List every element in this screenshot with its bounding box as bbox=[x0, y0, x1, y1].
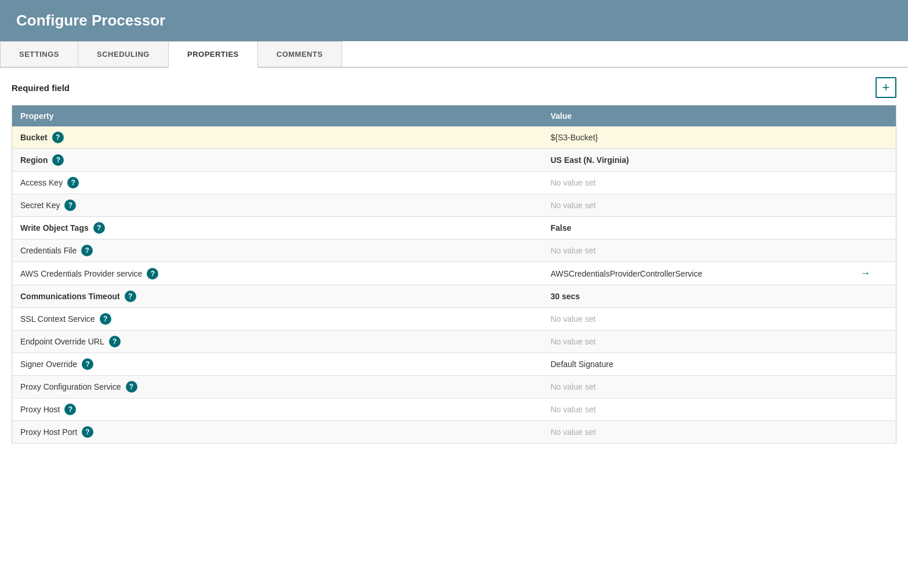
required-field-row: Required field + bbox=[12, 77, 896, 98]
property-name: Proxy Configuration Service? bbox=[20, 381, 357, 393]
help-icon[interactable]: ? bbox=[52, 132, 64, 143]
table-row[interactable]: Endpoint Override URL?No value set bbox=[12, 331, 896, 353]
property-name: Access Key? bbox=[20, 177, 357, 188]
help-icon[interactable]: ? bbox=[52, 154, 64, 166]
navigate-arrow-icon[interactable]: → bbox=[860, 267, 870, 279]
help-icon[interactable]: ? bbox=[100, 313, 111, 325]
table-row[interactable]: Signer Override?Default Signature bbox=[12, 353, 896, 376]
property-name: Credentials File? bbox=[20, 245, 357, 256]
table-body: Bucket?${S3-Bucket}Region?US East (N. Vi… bbox=[12, 126, 896, 444]
property-name: Proxy Host? bbox=[20, 404, 357, 415]
table-row[interactable]: Bucket?${S3-Bucket} bbox=[12, 126, 896, 149]
property-value: 30 secs bbox=[551, 292, 580, 301]
page-title: Configure Processor bbox=[16, 12, 892, 30]
table-row[interactable]: AWS Credentials Provider service?AWSCred… bbox=[12, 262, 896, 285]
help-icon[interactable]: ? bbox=[147, 268, 158, 280]
table-row[interactable]: Secret Key?No value set bbox=[12, 194, 896, 217]
property-name: Region? bbox=[20, 154, 357, 166]
property-value: AWSCredentialsProviderControllerService bbox=[551, 269, 703, 278]
property-name: AWS Credentials Provider service? bbox=[20, 268, 357, 280]
property-name: Signer Override? bbox=[20, 358, 357, 370]
help-icon[interactable]: ? bbox=[93, 222, 105, 234]
property-value: No value set bbox=[551, 405, 596, 414]
tab-comments[interactable]: COMMENTS bbox=[257, 41, 342, 67]
property-name: Write Object Tags? bbox=[20, 222, 357, 234]
tab-scheduling[interactable]: SCHEDULING bbox=[78, 41, 169, 67]
property-value: No value set bbox=[551, 246, 596, 255]
table-row[interactable]: Communications Timeout?30 secs bbox=[12, 285, 896, 308]
content-area: Required field + Property Value Bucket?$… bbox=[0, 68, 908, 453]
table-row[interactable]: Proxy Host Port?No value set bbox=[12, 421, 896, 444]
column-value: Value bbox=[543, 106, 852, 127]
property-value: ${S3-Bucket} bbox=[551, 133, 598, 142]
property-value: US East (N. Virginia) bbox=[551, 155, 629, 165]
help-icon[interactable]: ? bbox=[82, 358, 93, 370]
property-name: Secret Key? bbox=[20, 199, 357, 211]
property-value: Default Signature bbox=[551, 360, 613, 369]
property-name: Communications Timeout? bbox=[20, 291, 357, 302]
property-name: Endpoint Override URL? bbox=[20, 336, 357, 347]
help-icon[interactable]: ? bbox=[126, 381, 137, 393]
property-value: No value set bbox=[551, 337, 596, 346]
table-row[interactable]: SSL Context Service?No value set bbox=[12, 308, 896, 331]
help-icon[interactable]: ? bbox=[109, 336, 121, 347]
table-row[interactable]: Write Object Tags?False bbox=[12, 217, 896, 239]
property-value: No value set bbox=[551, 427, 596, 437]
property-value: No value set bbox=[551, 201, 596, 210]
help-icon[interactable]: ? bbox=[125, 291, 136, 302]
table-row[interactable]: Region?US East (N. Virginia) bbox=[12, 149, 896, 172]
property-name: Proxy Host Port? bbox=[20, 426, 357, 438]
table-row[interactable]: Proxy Configuration Service?No value set bbox=[12, 376, 896, 398]
table-header: Property Value bbox=[12, 106, 896, 127]
tabs-container: SETTINGS SCHEDULING PROPERTIES COMMENTS bbox=[0, 41, 908, 68]
table-row[interactable]: Credentials File?No value set bbox=[12, 239, 896, 262]
help-icon[interactable]: ? bbox=[67, 177, 79, 188]
table-row[interactable]: Proxy Host?No value set bbox=[12, 398, 896, 421]
properties-table-wrapper: Property Value Bucket?${S3-Bucket}Region… bbox=[12, 105, 896, 444]
property-value: False bbox=[551, 223, 572, 233]
table-row[interactable]: Access Key?No value set bbox=[12, 172, 896, 194]
column-property: Property bbox=[12, 106, 543, 127]
property-value: No value set bbox=[551, 178, 596, 187]
add-property-button[interactable]: + bbox=[876, 77, 896, 98]
required-field-label: Required field bbox=[12, 83, 70, 93]
tab-settings[interactable]: SETTINGS bbox=[0, 41, 78, 67]
help-icon[interactable]: ? bbox=[64, 404, 76, 415]
property-value: No value set bbox=[551, 382, 596, 391]
tab-properties[interactable]: PROPERTIES bbox=[168, 41, 258, 68]
help-icon[interactable]: ? bbox=[82, 426, 93, 438]
page-header: Configure Processor bbox=[0, 0, 908, 41]
property-value: No value set bbox=[551, 314, 596, 324]
property-name: SSL Context Service? bbox=[20, 313, 357, 325]
help-icon[interactable]: ? bbox=[81, 245, 93, 256]
help-icon[interactable]: ? bbox=[64, 199, 76, 211]
properties-table: Property Value Bucket?${S3-Bucket}Region… bbox=[12, 105, 896, 444]
property-name: Bucket? bbox=[20, 132, 357, 143]
